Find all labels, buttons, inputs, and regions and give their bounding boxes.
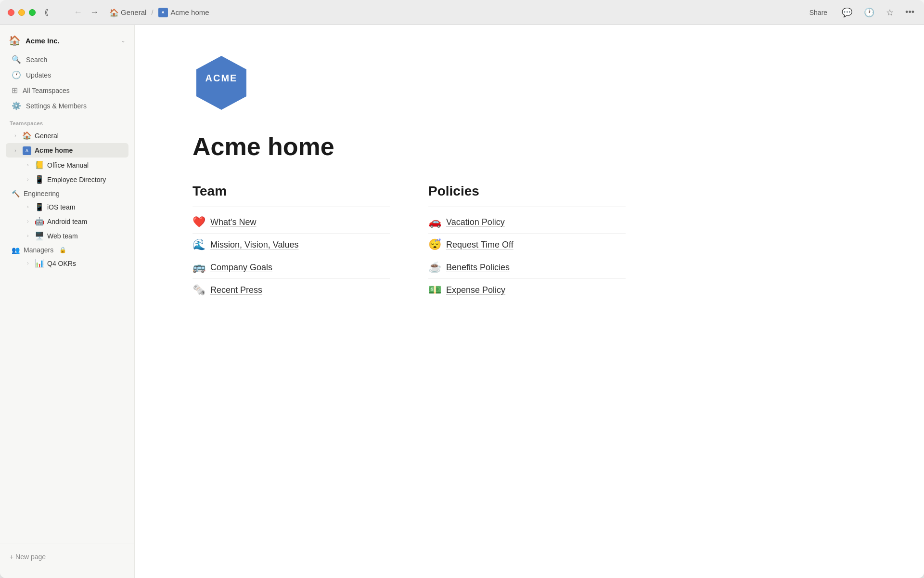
acme-hexagon-logo: ACME	[192, 54, 250, 112]
web-chevron-icon: ›	[24, 233, 32, 238]
page-logo: ACME	[192, 54, 866, 114]
expense-label: Expense Policy	[446, 285, 505, 295]
q4-icon: 📊	[35, 259, 44, 268]
managers-header[interactable]: 👥 Managers 🔒	[6, 243, 128, 256]
more-button[interactable]: •••	[903, 5, 916, 19]
general-chevron-icon: ›	[12, 133, 19, 138]
comment-icon: 💬	[842, 8, 852, 17]
settings-label: Settings & Members	[26, 102, 87, 110]
benefits-policies-link[interactable]: ☕ Benefits Policies	[428, 256, 626, 279]
titlebar-right: Share 💬 🕐 ☆ •••	[805, 5, 916, 20]
comment-button[interactable]: 💬	[840, 5, 854, 20]
q4-label: Q4 OKRs	[47, 260, 125, 267]
web-icon: 🖥️	[35, 231, 44, 240]
engineering-icon: 🔨	[12, 190, 20, 197]
acme-home-label: Acme home	[35, 146, 125, 154]
engineering-label: Engineering	[24, 190, 60, 197]
recent-press-label: Recent Press	[210, 285, 262, 295]
page-title: Acme home	[192, 133, 866, 160]
request-time-off-link[interactable]: 😴 Request Time Off	[428, 234, 626, 256]
managers-label: Managers	[24, 246, 53, 254]
breadcrumb-acme-label: Acme home	[171, 8, 209, 16]
app-body: 🏠 Acme Inc. ⌄ 🔍 Search 🕐 Updates ⊞ All T…	[0, 25, 924, 578]
grid-icon: ⊞	[12, 86, 18, 95]
mission-label: Mission, Vision, Values	[210, 240, 298, 250]
office-manual-label: Office Manual	[47, 161, 125, 169]
star-icon: ☆	[886, 8, 894, 17]
updates-icon: 🕐	[12, 70, 21, 79]
android-label: Android team	[47, 218, 125, 225]
expense-policy-link[interactable]: 💵 Expense Policy	[428, 279, 626, 301]
home-icon: 🏠	[109, 8, 118, 17]
sidebar-item-search[interactable]: 🔍 Search	[6, 52, 128, 67]
whats-new-link[interactable]: ❤️ What's New	[192, 211, 390, 234]
navigation-buttons: ← →	[71, 5, 102, 19]
ellipsis-icon: •••	[905, 7, 914, 17]
company-goals-link[interactable]: 🚌 Company Goals	[192, 256, 390, 279]
android-chevron-icon: ›	[24, 219, 32, 224]
team-section: Team ❤️ What's New 🌊 Mission, Vision, Va…	[192, 184, 390, 301]
policies-section: Policies 🚗 Vacation Policy 😴 Request Tim…	[428, 184, 626, 301]
favorite-button[interactable]: ☆	[884, 5, 896, 20]
sidebar-item-settings[interactable]: ⚙️ Settings & Members	[6, 98, 128, 113]
mission-link[interactable]: 🌊 Mission, Vision, Values	[192, 234, 390, 256]
workspace-header[interactable]: 🏠 Acme Inc. ⌄	[4, 31, 130, 50]
all-teamspaces-label: All Teamspaces	[23, 87, 70, 94]
sidebar-item-ios-team[interactable]: › 📱 iOS team	[6, 200, 128, 214]
breadcrumb-separator: /	[151, 8, 153, 16]
android-icon: 🤖	[35, 217, 44, 226]
policies-section-title: Policies	[428, 184, 626, 199]
company-goals-label: Company Goals	[210, 263, 272, 273]
recent-press-link[interactable]: 🗞️ Recent Press	[192, 279, 390, 301]
collapse-sidebar-button[interactable]: ⟪	[41, 6, 51, 19]
sidebar-item-all-teamspaces[interactable]: ⊞ All Teamspaces	[6, 83, 128, 98]
recent-press-emoji: 🗞️	[192, 284, 205, 296]
back-button[interactable]: ←	[71, 5, 85, 19]
minimize-button[interactable]	[18, 9, 25, 16]
share-button[interactable]: Share	[805, 6, 832, 19]
sidebar-item-web-team[interactable]: › 🖥️ Web team	[6, 229, 128, 243]
titlebar: ⟪ ← → 🏠 General / A Acme home Share 💬 🕐	[0, 0, 924, 25]
svg-text:ACME: ACME	[205, 73, 238, 83]
forward-button[interactable]: →	[87, 5, 102, 19]
mission-emoji: 🌊	[192, 238, 205, 251]
engineering-header[interactable]: 🔨 Engineering	[6, 187, 128, 199]
sidebar-item-android-team[interactable]: › 🤖 Android team	[6, 214, 128, 228]
content-grid: Team ❤️ What's New 🌊 Mission, Vision, Va…	[192, 184, 626, 301]
sidebar-item-general[interactable]: › 🏠 General	[6, 129, 128, 143]
breadcrumb-general-label: General	[121, 8, 146, 16]
whats-new-emoji: ❤️	[192, 216, 205, 228]
employee-dir-chevron-icon: ›	[24, 177, 32, 182]
general-label: General	[35, 132, 125, 140]
workspace-icon: 🏠	[9, 35, 21, 46]
sidebar-item-office-manual[interactable]: › 📒 Office Manual	[6, 158, 128, 172]
sidebar-item-q4-okrs[interactable]: › 📊 Q4 OKRs	[6, 256, 128, 270]
office-manual-icon: 📒	[35, 160, 44, 170]
new-page-button[interactable]: + New page	[4, 549, 130, 565]
sidebar: 🏠 Acme Inc. ⌄ 🔍 Search 🕐 Updates ⊞ All T…	[0, 25, 135, 578]
vacation-policy-link[interactable]: 🚗 Vacation Policy	[428, 211, 626, 234]
maximize-button[interactable]	[29, 9, 36, 16]
breadcrumb: 🏠 General / A Acme home	[107, 7, 211, 18]
sidebar-item-employee-directory[interactable]: › 📱 Employee Directory	[6, 172, 128, 186]
acme-home-icon: A	[23, 146, 31, 155]
close-button[interactable]	[8, 9, 14, 16]
sidebar-item-acme-home[interactable]: › A Acme home	[6, 143, 128, 158]
history-button[interactable]: 🕐	[862, 5, 876, 20]
breadcrumb-acme-home[interactable]: A Acme home	[156, 7, 211, 18]
ios-icon: 📱	[35, 202, 44, 211]
general-icon: 🏠	[22, 131, 32, 140]
search-icon: 🔍	[12, 55, 21, 64]
team-section-title: Team	[192, 184, 390, 199]
breadcrumb-general[interactable]: 🏠 General	[107, 7, 148, 18]
managers-icon: 👥	[12, 246, 20, 254]
updates-label: Updates	[26, 71, 51, 79]
employee-dir-label: Employee Directory	[47, 176, 125, 184]
traffic-lights	[8, 9, 36, 16]
benefits-emoji: ☕	[428, 261, 441, 274]
sidebar-item-updates[interactable]: 🕐 Updates	[6, 67, 128, 82]
history-icon: 🕐	[864, 8, 874, 17]
employee-dir-icon: 📱	[35, 175, 44, 184]
workspace-name: Acme Inc.	[26, 37, 60, 45]
expense-emoji: 💵	[428, 284, 441, 296]
